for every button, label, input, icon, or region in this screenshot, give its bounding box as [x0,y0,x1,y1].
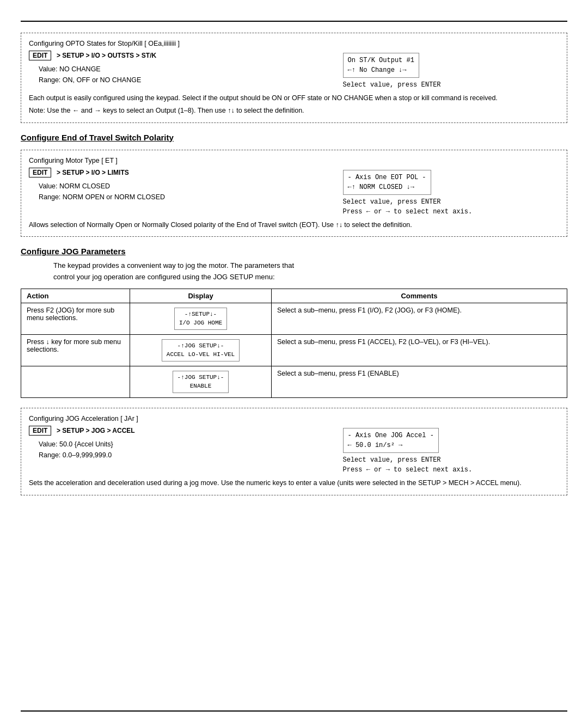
edit-button-2[interactable]: EDIT [29,168,51,177]
jog-accel-note: Sets the acceleration and deceleration u… [29,478,559,488]
eot-value: Value: NORM CLOSED [39,181,332,192]
eot-range: Range: NORM OPEN or NORM CLOSED [39,192,332,203]
jog-intro: The keypad provides a convenient way to … [53,260,567,283]
row3-action [21,366,130,397]
row1-disp-line1: -↑SETUP↓- [179,310,222,319]
main-content: Configuring OPTO States for Stop/Kill [ … [0,33,588,495]
jog-intro-line1: The keypad provides a convenient way to … [53,261,294,269]
top-rule [21,21,567,22]
eot-box: Configuring Motor Type [ ET ] EDIT > SET… [21,150,567,237]
row2-comments: Select a sub–menu, press F1 (ACCEL), F2 … [272,334,567,366]
col-action: Action [21,289,130,303]
row2-display-screen: -↑JOG SETUP↓- ACCEL LO-VEL HI-VEL [162,339,240,361]
edit-button-1[interactable]: EDIT [29,51,51,60]
jog-accel-range: Range: 0.0–9,999,999.0 [39,450,332,461]
row1-display: -↑SETUP↓- I/O JOG HOME [130,303,272,334]
eot-select-text2: Press ← or → to select next axis. [343,207,560,217]
col-comments: Comments [272,289,567,303]
row1-comments: Select a sub–menu, press F1 (I/O), F2 (J… [272,303,567,334]
jog-accel-disp-line2: ← 50.0 in/s² → [348,440,434,450]
opto-range: Range: ON, OFF or NO CHANGE [39,75,332,85]
opto-note: Each output is easily configured using t… [29,93,559,103]
row1-action: Press F2 (JOG) for more sub menu selecti… [21,303,130,334]
row3-display: -↑JOG SETUP↓- ENABLE [130,366,272,397]
jog-heading: Configure JOG Parameters [21,247,567,256]
jog-accel-title: Configuring JOG Acceleration [ JAr ] [29,415,559,422]
jog-accel-value: Value: 50.0 {Accel Units} [39,439,332,450]
jog-accel-values: Value: 50.0 {Accel Units} Range: 0.0–9,9… [39,439,332,461]
opto-note2: Note: Use the ← and → keys to select an … [29,106,559,116]
opto-value: Value: NO CHANGE [39,64,332,75]
row2-disp-line2: ACCEL LO-VEL HI-VEL [167,350,235,359]
table-row: Press ↓ key for more sub menu selections… [21,334,567,366]
row3-display-screen: -↑JOG SETUP↓- ENABLE [173,371,229,393]
opto-display-line2: ←↑ No Change ↓→ [348,65,414,75]
row3-comments: Select a sub–menu, press F1 (ENABLE) [272,366,567,397]
row2-action: Press ↓ key for more sub menu selections… [21,334,130,366]
page: Configuring OPTO States for Stop/Kill [ … [0,21,588,717]
eot-display-line2: ←↑ NORM CLOSED ↓→ [348,182,426,192]
jog-accel-display: - Axis One JOG Accel - ← 50.0 in/s² → [343,428,439,453]
opto-title: Configuring OPTO States for Stop/Kill [ … [29,40,559,47]
row3-disp-line2: ENABLE [177,382,224,391]
jog-accel-left: EDIT > SETUP > JOG > ACCEL Value: 50.0 {… [29,426,332,475]
bottom-rule [21,710,567,712]
opto-states-box: Configuring OPTO States for Stop/Kill [ … [21,33,567,123]
jog-accel-right: - Axis One JOG Accel - ← 50.0 in/s² → Se… [343,426,560,475]
row3-disp-line1: -↑JOG SETUP↓- [177,373,224,382]
eot-path: > SETUP > I/O > LIMITS [57,169,129,176]
jog-intro-line2: control your jog operation are configure… [53,273,275,281]
opto-path: > SETUP > I/O > OUTSTS > ST/K [57,52,156,59]
opto-display: On ST/K Output #1 ←↑ No Change ↓→ [343,53,419,78]
jog-table: Action Display Comments Press F2 (JOG) f… [21,289,567,398]
eot-heading: Configure End of Travel Switch Polarity [21,133,567,142]
opto-left: EDIT > SETUP > I/O > OUTSTS > ST/K Value… [29,51,332,90]
eot-title: Configuring Motor Type [ ET ] [29,157,559,164]
table-row: Press F2 (JOG) for more sub menu selecti… [21,303,567,334]
edit-button-3[interactable]: EDIT [29,426,51,436]
jog-accel-path: > SETUP > JOG > ACCEL [57,427,135,434]
eot-values: Value: NORM CLOSED Range: NORM OPEN or N… [39,181,332,203]
eot-select-text1: Select value, press ENTER [343,197,560,207]
jog-accel-box: Configuring JOG Acceleration [ JAr ] EDI… [21,408,567,495]
opto-select-text: Select value, press ENTER [343,80,560,90]
jog-accel-select1: Select value, press ENTER [343,455,560,465]
eot-right: - Axis One EOT POL - ←↑ NORM CLOSED ↓→ S… [343,168,560,217]
eot-display: - Axis One EOT POL - ←↑ NORM CLOSED ↓→ [343,170,431,195]
opto-values: Value: NO CHANGE Range: ON, OFF or NO CH… [39,64,332,85]
row2-disp-line1: -↑JOG SETUP↓- [167,341,235,351]
eot-display-line1: - Axis One EOT POL - [348,173,426,182]
opto-display-line1: On ST/K Output #1 [348,56,414,65]
jog-accel-disp-line1: - Axis One JOG Accel - [348,431,434,440]
jog-accel-select2: Press ← or → to select next axis. [343,465,560,475]
row2-display: -↑JOG SETUP↓- ACCEL LO-VEL HI-VEL [130,334,272,366]
eot-left: EDIT > SETUP > I/O > LIMITS Value: NORM … [29,168,332,217]
col-display: Display [130,289,272,303]
row1-disp-line2: I/O JOG HOME [179,318,222,328]
row1-display-screen: -↑SETUP↓- I/O JOG HOME [174,308,227,330]
table-row: -↑JOG SETUP↓- ENABLE Select a sub–menu, … [21,366,567,397]
opto-right: On ST/K Output #1 ←↑ No Change ↓→ Select… [343,51,560,90]
eot-note: Allows selection of Normally Open or Nor… [29,220,559,230]
